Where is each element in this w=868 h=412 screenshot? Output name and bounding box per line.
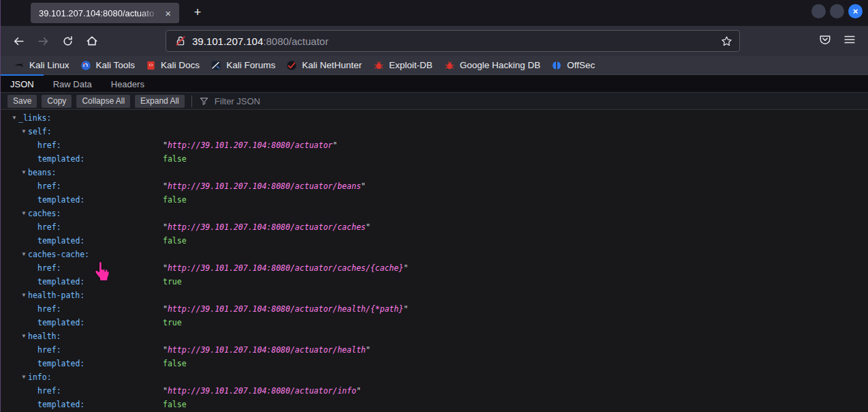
json-row-href: href:"http://39.101.207.104:8080/actuato… <box>1 343 868 357</box>
bookmark-item-kali-linux[interactable]: Kali Linux <box>7 57 75 74</box>
copy-button[interactable]: Copy <box>42 95 72 108</box>
json-string-value: "http://39.101.207.104:8080/actuator/bea… <box>163 179 366 193</box>
tab-close-icon[interactable]: × <box>162 7 174 20</box>
bookmark-label: Kali Forums <box>226 60 275 70</box>
json-tree: ▼_links:▼self:href:"http://39.101.207.10… <box>1 111 868 411</box>
json-string-value: "http://39.101.207.104:8080/actuator/hea… <box>163 343 371 357</box>
pocket-icon[interactable] <box>819 33 831 48</box>
funnel-icon <box>199 96 209 106</box>
bookmark-item-google-hacking-db[interactable]: Google Hacking DB <box>438 57 546 74</box>
json-viewer-toolbar: SaveCopyCollapse AllExpand All Filter JS… <box>1 93 868 110</box>
json-row-caches-cache[interactable]: ▼caches-cache: <box>1 248 868 261</box>
exploit-db-icon <box>373 60 384 71</box>
json-key: beans: <box>1 168 57 177</box>
back-button[interactable] <box>7 30 29 52</box>
new-tab-button[interactable]: + <box>189 4 206 22</box>
ghdb-icon <box>444 60 455 71</box>
window-controls: × <box>811 4 863 18</box>
json-row-templated: templated:true <box>1 275 868 289</box>
collapse-triangle-icon[interactable]: ▼ <box>20 329 28 343</box>
json-boolean-value: false <box>163 193 187 207</box>
back-icon <box>13 35 25 47</box>
json-row-self[interactable]: ▼self: <box>1 125 868 138</box>
window-close-button[interactable]: × <box>848 4 863 18</box>
bookmark-label: Kali Linux <box>29 60 69 70</box>
menu-hamburger-icon[interactable] <box>843 33 856 48</box>
json-row-templated: templated:false <box>1 398 868 411</box>
json-boolean-value: false <box>163 234 187 248</box>
collapse-triangle-icon[interactable]: ▼ <box>20 125 28 138</box>
collapse-triangle-icon[interactable]: ▼ <box>20 289 28 302</box>
bookmark-label: Kali Docs <box>161 60 200 70</box>
browser-tab[interactable]: 39.101.207.104:8080/actuato × <box>31 3 179 23</box>
bookmark-item-exploit-db[interactable]: Exploit-DB <box>367 57 438 74</box>
bookmarks-toolbar: Kali LinuxKali ToolsKali DocsKali Forums… <box>1 56 868 75</box>
tab-bar: 39.101.207.104:8080/actuato × + × <box>1 0 868 26</box>
json-row-health[interactable]: ▼health: <box>1 329 868 343</box>
bookmark-item-kali-nethunter[interactable]: Kali NetHunter <box>281 57 367 74</box>
bookmark-label: Exploit-DB <box>389 60 433 70</box>
tab-title: 39.101.207.104:8080/actuato <box>39 8 162 18</box>
collapse-triangle-icon[interactable]: ▼ <box>20 207 28 220</box>
json-row-health-path[interactable]: ▼health-path: <box>1 289 868 302</box>
toolbar-separator <box>191 95 192 107</box>
json-row-beans[interactable]: ▼beans: <box>1 166 868 179</box>
json-key: caches: <box>1 209 61 218</box>
json-key: _links: <box>1 113 51 123</box>
json-row-_links[interactable]: ▼_links: <box>1 111 868 125</box>
json-row-href: href:"http://39.101.207.104:8080/actuato… <box>1 179 868 193</box>
json-row-caches[interactable]: ▼caches: <box>1 207 868 220</box>
json-key: health-path: <box>1 291 84 300</box>
json-key: href: <box>1 222 61 232</box>
kali-tools-icon <box>80 60 91 71</box>
tab-headers[interactable]: Headers <box>102 74 154 92</box>
bookmark-item-kali-forums[interactable]: Kali Forums <box>205 57 281 74</box>
json-boolean-value: false <box>163 398 187 411</box>
json-key: templated: <box>1 400 84 409</box>
bookmark-label: Kali Tools <box>96 60 136 70</box>
json-string-value: "http://39.101.207.104:8080/actuator/inf… <box>163 384 361 398</box>
kali-nethunter-icon <box>286 60 297 71</box>
json-viewer-tabs: JSONRaw DataHeaders <box>1 75 868 93</box>
browser-window: 39.101.207.104:8080/actuato × + × 39.101… <box>0 0 868 412</box>
json-row-templated: templated:false <box>1 152 868 166</box>
collapse-triangle-icon[interactable]: ▼ <box>20 248 28 261</box>
json-toolbar-buttons: SaveCopyCollapse AllExpand All <box>7 95 189 108</box>
json-boolean-value: true <box>163 316 182 329</box>
tab-raw-data[interactable]: Raw Data <box>44 74 102 92</box>
json-string-value: "http://39.101.207.104:8080/actuator/hea… <box>163 302 408 316</box>
window-maximize-button[interactable] <box>830 4 844 18</box>
json-key: templated: <box>1 318 84 327</box>
bookmark-item-kali-docs[interactable]: Kali Docs <box>140 57 205 74</box>
json-key: caches-cache: <box>1 250 89 259</box>
forward-button[interactable] <box>32 30 54 52</box>
json-row-href: href:"http://39.101.207.104:8080/actuato… <box>1 302 868 316</box>
collapse-triangle-icon[interactable]: ▼ <box>20 370 28 384</box>
url-bar[interactable]: 39.101.207.104:8080/actuator <box>166 30 740 52</box>
collapse-triangle-icon[interactable]: ▼ <box>20 166 28 179</box>
json-key: templated: <box>1 154 84 164</box>
url-text: 39.101.207.104:8080/actuator <box>192 35 719 47</box>
json-boolean-value: false <box>163 152 187 166</box>
json-row-info[interactable]: ▼info: <box>1 370 868 384</box>
bookmark-item-offsec[interactable]: OffSec <box>546 57 600 74</box>
collapse-triangle-icon[interactable]: ▼ <box>10 111 18 125</box>
bookmark-star-icon[interactable] <box>719 34 734 48</box>
json-string-value: "http://39.101.207.104:8080/actuator/cac… <box>163 261 408 275</box>
reload-button[interactable] <box>57 30 78 52</box>
json-boolean-value: true <box>163 275 182 289</box>
collapse-all-button[interactable]: Collapse All <box>76 95 130 108</box>
json-row-href: href:"http://39.101.207.104:8080/actuato… <box>1 384 868 398</box>
bookmark-item-kali-tools[interactable]: Kali Tools <box>75 57 141 74</box>
tab-json[interactable]: JSON <box>1 74 44 92</box>
json-key: href: <box>1 386 61 396</box>
bookmark-label: OffSec <box>567 60 595 70</box>
insecure-lock-icon[interactable] <box>174 35 187 47</box>
home-button[interactable] <box>81 30 103 52</box>
json-row-templated: templated:false <box>1 357 868 370</box>
save-button[interactable]: Save <box>7 95 37 108</box>
window-minimize-button[interactable] <box>811 4 826 18</box>
toolbar-end-buttons <box>819 33 856 48</box>
filter-json-input[interactable]: Filter JSON <box>199 96 260 106</box>
expand-all-button[interactable]: Expand All <box>135 95 185 108</box>
